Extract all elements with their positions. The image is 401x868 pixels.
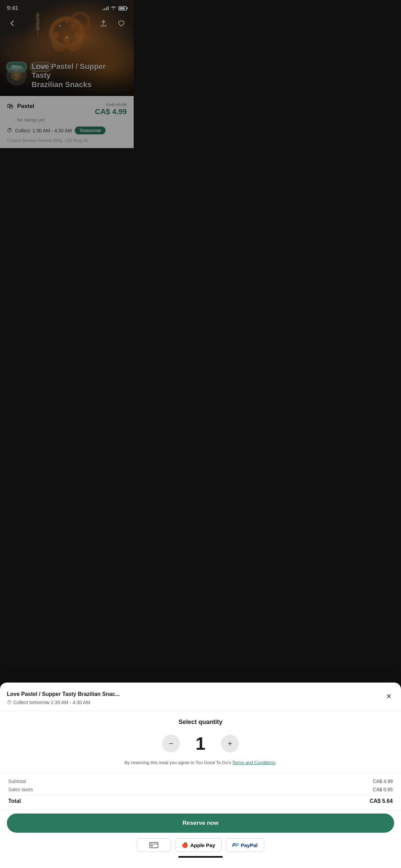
modal-overlay[interactable]: [0, 0, 134, 289]
